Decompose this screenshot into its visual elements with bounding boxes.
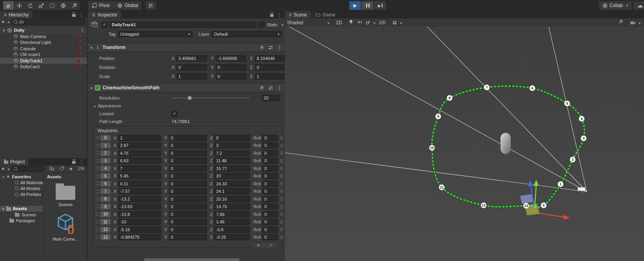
kebab-menu-icon[interactable]: [79, 12, 84, 18]
foldout-icon[interactable]: [2, 206, 4, 211]
waypoint-roll-field[interactable]: 0: [262, 188, 278, 194]
hierarchy-search-input[interactable]: All: [11, 19, 85, 25]
waypoint-x-field[interactable]: -13.63: [118, 203, 161, 210]
waypoint-z-field[interactable]: 3: [214, 142, 250, 149]
waypoint-roll-field[interactable]: 0: [262, 135, 278, 141]
waypoint-index-badge[interactable]: 13: [100, 234, 111, 240]
waypoint-roll-field[interactable]: 0: [262, 158, 278, 164]
shading-mode-dropdown[interactable]: Shaded: [287, 20, 329, 25]
waypoint-y-field[interactable]: 0: [169, 173, 207, 179]
waypoint-index-badge[interactable]: 4: [100, 166, 111, 171]
scene-kebab-icon[interactable]: [80, 27, 85, 33]
hidden-count-button[interactable]: ∅9: [78, 166, 84, 171]
kebab-menu-icon[interactable]: [277, 45, 282, 50]
create-caret-icon[interactable]: [6, 20, 10, 24]
waypoint-y-field[interactable]: 0: [169, 219, 207, 225]
scene-tab[interactable]: # Scene: [285, 11, 311, 18]
foldout-icon[interactable]: [91, 85, 93, 91]
move-tool-button[interactable]: [14, 1, 25, 10]
pivot-toggle-button[interactable]: Pivot: [88, 1, 113, 10]
slider-knob[interactable]: [188, 96, 192, 100]
waypoint-z-field[interactable]: -0.25: [214, 234, 250, 240]
waypoint-z-field[interactable]: 0: [214, 135, 250, 141]
waypoint-z-field[interactable]: 1.46: [214, 219, 250, 225]
waypoint-y-field[interactable]: 0: [169, 227, 207, 233]
waypoint-row[interactable]: 6 X0.11 Y0 Z24.33 Roll0: [94, 180, 281, 188]
project-tree-item[interactable]: Packages: [0, 218, 43, 223]
cinemachine-icon[interactable]: [76, 52, 82, 57]
waypoint-row[interactable]: 11 X-10 Y0 Z1.46 Roll0: [94, 218, 281, 226]
waypoint-row[interactable]: 13 X-0.884275 Y0 Z-0.25 Roll0: [94, 234, 281, 241]
help-icon[interactable]: ?: [259, 45, 264, 50]
create-caret-icon[interactable]: [6, 167, 10, 171]
asset-item-scenes[interactable]: Scenes: [44, 181, 87, 207]
project-tree-item[interactable]: All Prefabs: [0, 192, 43, 198]
cinemachine-icon[interactable]: [76, 40, 82, 45]
z-field[interactable]: 0: [255, 64, 285, 71]
y-field[interactable]: 0: [216, 64, 246, 71]
cinemachine-icon[interactable]: [76, 64, 82, 69]
waypoint-z-field[interactable]: 24.1: [214, 188, 250, 194]
hierarchy-item[interactable]: Main Camera: [0, 33, 87, 40]
waypoint-roll-field[interactable]: 0: [262, 219, 278, 225]
drag-handle-icon[interactable]: [95, 167, 99, 170]
waypoint-roll-field[interactable]: 0: [262, 227, 278, 233]
waypoint-index-badge[interactable]: 1: [100, 143, 111, 148]
add-component-button-partial[interactable]: [144, 258, 239, 261]
layer-dropdown[interactable]: Default: [212, 31, 282, 37]
hierarchy-item[interactable]: CM vcam1: [0, 52, 87, 58]
play-button[interactable]: ▶: [349, 1, 361, 10]
tag-dropdown[interactable]: Untagged: [118, 31, 192, 37]
drag-handle-icon[interactable]: [95, 198, 99, 200]
static-checkbox[interactable]: [259, 22, 265, 28]
waypoint-x-field[interactable]: -13.2: [118, 196, 161, 202]
drag-handle-icon[interactable]: [95, 160, 99, 162]
lock-icon[interactable]: [270, 14, 274, 17]
rect-tool-button[interactable]: [47, 1, 58, 10]
drag-handle-icon[interactable]: [95, 144, 99, 147]
waypoint-options-icon[interactable]: [280, 235, 283, 239]
create-button[interactable]: +: [2, 19, 5, 24]
waypoint-x-field[interactable]: 4.75: [118, 150, 161, 156]
presets-icon[interactable]: [268, 85, 273, 91]
transform-header[interactable]: Transform ?: [87, 43, 285, 52]
cinemachine-icon[interactable]: [76, 46, 82, 51]
rotate-tool-button[interactable]: [25, 1, 36, 10]
waypoint-roll-field[interactable]: 0: [262, 234, 278, 240]
hierarchy-item[interactable]: DollyTrack1: [0, 58, 87, 64]
waypoint-options-icon[interactable]: [280, 181, 283, 186]
waypoint-roll-field[interactable]: 0: [262, 196, 278, 202]
foldout-icon[interactable]: [2, 174, 4, 179]
hierarchy-item[interactable]: DollyCart1: [0, 64, 87, 70]
lock-icon[interactable]: [72, 14, 76, 17]
waypoint-index-badge[interactable]: 6: [100, 181, 111, 187]
collab-dropdown[interactable]: ✓ Collab: [599, 1, 632, 10]
scene-lighting-button[interactable]: [348, 19, 354, 26]
grid-snap-button[interactable]: [145, 1, 156, 10]
waypoint-options-icon[interactable]: [280, 136, 283, 140]
waypoint-row[interactable]: 2 X4.75 Y0 Z7.2 Roll0: [94, 149, 281, 157]
step-button[interactable]: ▶: [374, 1, 386, 10]
drag-handle-icon[interactable]: [95, 205, 99, 208]
kebab-menu-icon[interactable]: [79, 159, 84, 165]
resolution-slider[interactable]: [172, 98, 250, 98]
waypoint-y-field[interactable]: 0: [169, 181, 207, 187]
waypoint-row[interactable]: 12 X-5.16 Y0 Z-0.6 Roll0: [94, 226, 281, 234]
waypoint-options-icon[interactable]: [280, 220, 283, 224]
waypoint-options-icon[interactable]: [280, 197, 283, 201]
project-tree-item[interactable]: All Models: [0, 185, 43, 191]
waypoint-row[interactable]: 8 X-13.2 Y0 Z20.16 Roll0: [94, 195, 281, 203]
waypoint-options-icon[interactable]: [280, 151, 283, 155]
z-field[interactable]: 1: [255, 73, 285, 80]
waypoint-row[interactable]: 3 X6.63 Y0 Z11.48 Roll0: [94, 157, 281, 165]
transform-tool-button[interactable]: [58, 1, 69, 10]
global-toggle-button[interactable]: Global: [114, 1, 142, 10]
waypoint-z-field[interactable]: -0.6: [214, 227, 250, 233]
project-tab[interactable]: Project: [0, 158, 29, 165]
waypoint-x-field[interactable]: 1: [118, 135, 161, 141]
x-field[interactable]: 0: [176, 64, 207, 71]
kebab-menu-icon[interactable]: [277, 85, 282, 91]
y-field[interactable]: 0: [216, 73, 246, 80]
smoothpath-header[interactable]: # CinemachineSmoothPath ?: [87, 83, 285, 92]
asset-item-prefab[interactable]: {} Main Came...: [44, 207, 87, 241]
